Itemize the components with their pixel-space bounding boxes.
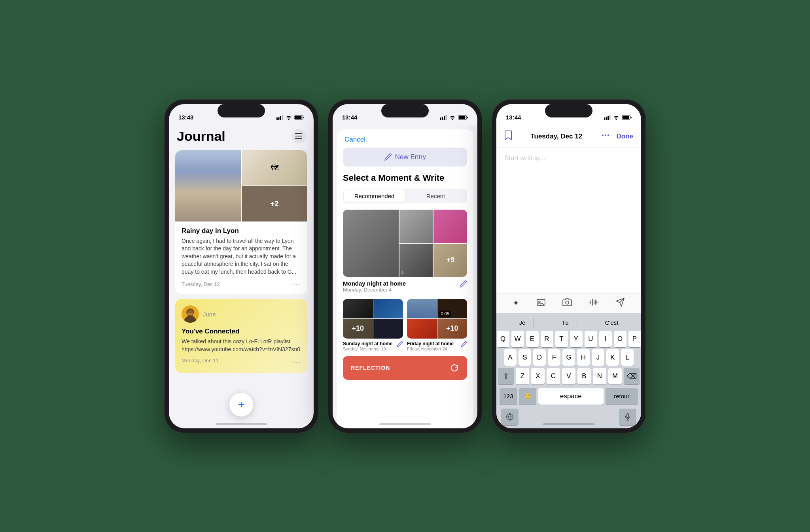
entry-content-1: Rainy day in Lyon Once again, I had to t… (175, 222, 307, 295)
key-t[interactable]: T (555, 331, 568, 347)
status-time-1: 13:43 (178, 114, 193, 121)
key-w[interactable]: W (511, 331, 524, 347)
return-key[interactable]: retour (606, 388, 638, 405)
entry-date-1: Tuesday, Dec 12 (182, 281, 220, 287)
phone-3: 13:44 Tuesday, Dec 12 (492, 99, 646, 433)
entry-card-1[interactable]: 🗺 +2 Rainy day in Lyon Once again, I had… (175, 150, 307, 295)
key-h[interactable]: H (577, 349, 590, 366)
mic-icon (624, 413, 632, 421)
moment-edit-icon-2[interactable] (397, 341, 403, 349)
key-q[interactable]: Q (497, 331, 509, 347)
photo-library-icon[interactable] (536, 297, 546, 309)
waveform-icon[interactable] (589, 297, 598, 309)
waveform-svg (589, 297, 598, 307)
entry-card-connected[interactable]: June You've Connected We talked about th… (175, 299, 307, 373)
key-k[interactable]: K (606, 349, 619, 366)
keyboard: Je Tu C'est Q W E R T Y U I O P (496, 313, 641, 428)
moment-title-3: Friday night at home (407, 341, 454, 346)
ellipsis-icon (601, 131, 610, 140)
autocomplete-cest[interactable]: C'est (597, 318, 626, 328)
connected-more[interactable]: ··· (292, 358, 301, 367)
svg-rect-5 (295, 116, 302, 119)
moment-item-1[interactable]: ♪ +9 Monday night at home Monday, Decemb… (343, 210, 467, 293)
svg-rect-22 (609, 115, 611, 120)
add-entry-button[interactable]: + (229, 393, 253, 417)
moment-edit-icon-3[interactable] (461, 341, 467, 349)
journal-menu-button[interactable] (291, 129, 306, 143)
moment-item-2[interactable]: +10 ♪ Sunday night at home Sunday, Novem… (343, 299, 403, 351)
autocomplete-tu[interactable]: Tu (554, 318, 577, 328)
mic-key[interactable] (619, 409, 636, 425)
svg-rect-0 (276, 117, 278, 120)
svg-rect-8 (295, 138, 302, 139)
key-x[interactable]: X (531, 368, 545, 384)
numbers-key[interactable]: 123 (500, 388, 517, 405)
key-z[interactable]: Z (516, 368, 529, 384)
camera-icon[interactable] (562, 297, 572, 309)
svg-rect-16 (446, 115, 447, 120)
keyboard-row-2: A S D F G H J K L (498, 349, 640, 366)
key-v[interactable]: V (562, 368, 575, 384)
svg-rect-3 (282, 115, 283, 120)
input-toolbar: ✦ (496, 293, 641, 313)
key-b[interactable]: B (577, 368, 591, 384)
key-p[interactable]: P (628, 331, 641, 347)
connected-date: Monday, Dec 11 (182, 358, 219, 367)
moment-date-3: Friday, November 24 (407, 346, 454, 351)
tab-recent[interactable]: Recent (405, 189, 466, 203)
refresh-icon (450, 363, 459, 373)
key-g[interactable]: G (562, 349, 575, 366)
entry-text-1: Once again, I had to travel all the way … (182, 237, 301, 276)
edit-moment-icon-2 (397, 341, 403, 347)
friday-img1 (407, 299, 437, 319)
moment-item-3[interactable]: 0:05 +10 Friday night at home F (407, 299, 467, 351)
tab-recommended[interactable]: Recommended (344, 189, 405, 203)
done-button[interactable]: Done (617, 133, 634, 140)
key-e[interactable]: E (526, 331, 539, 347)
key-d[interactable]: D (533, 349, 546, 366)
key-l[interactable]: L (621, 349, 634, 366)
writing-more-button[interactable] (601, 131, 610, 142)
key-c[interactable]: C (547, 368, 560, 384)
bookmark-icon[interactable] (504, 130, 512, 143)
key-o[interactable]: O (614, 331, 626, 347)
globe-key[interactable] (501, 409, 519, 425)
delete-key[interactable]: ⌫ (624, 368, 640, 384)
key-a[interactable]: A (504, 349, 517, 366)
svg-point-26 (605, 134, 606, 136)
shift-key[interactable]: ⇧ (498, 368, 514, 384)
key-i[interactable]: I (599, 331, 612, 347)
key-n[interactable]: N (593, 368, 606, 384)
space-key[interactable]: espace (538, 388, 604, 405)
writing-area[interactable]: Start writing... (496, 148, 641, 293)
edit-icon (384, 153, 392, 161)
key-y[interactable]: Y (570, 331, 583, 347)
moment-info-1: Monday night at home Monday, December 4 (343, 280, 467, 293)
writing-header: Tuesday, Dec 12 Done (496, 125, 641, 148)
send-icon[interactable] (615, 297, 625, 309)
emoji-key[interactable]: 🙂 (519, 388, 536, 405)
new-entry-button[interactable]: New Entry (343, 148, 467, 167)
moments-row-2: +10 ♪ Sunday night at home Sunday, Novem… (343, 299, 467, 351)
svg-rect-2 (280, 116, 281, 120)
key-m[interactable]: M (608, 368, 622, 384)
writing-date: Tuesday, Dec 12 (530, 133, 582, 140)
signal-icon-3 (604, 115, 611, 120)
svg-point-10 (184, 316, 197, 323)
moment-grid-3: 0:05 +10 (407, 299, 467, 339)
connected-name: June (203, 311, 216, 318)
entry-more-1[interactable]: ··· (292, 280, 301, 289)
key-j[interactable]: J (592, 349, 604, 366)
key-r[interactable]: R (541, 331, 553, 347)
key-s[interactable]: S (519, 349, 531, 366)
sparkle-icon[interactable]: ✦ (513, 298, 519, 308)
autocomplete-je[interactable]: Je (511, 318, 534, 328)
svg-rect-20 (606, 117, 607, 120)
reflection-banner[interactable]: REFLECTION (343, 356, 467, 380)
key-u[interactable]: U (585, 331, 597, 347)
key-f[interactable]: F (548, 349, 560, 366)
edit-moment-icon (459, 280, 467, 288)
moment-edit-icon-1[interactable] (459, 280, 467, 290)
cancel-button[interactable]: Cancel (344, 136, 365, 144)
signal-icon (276, 115, 283, 120)
